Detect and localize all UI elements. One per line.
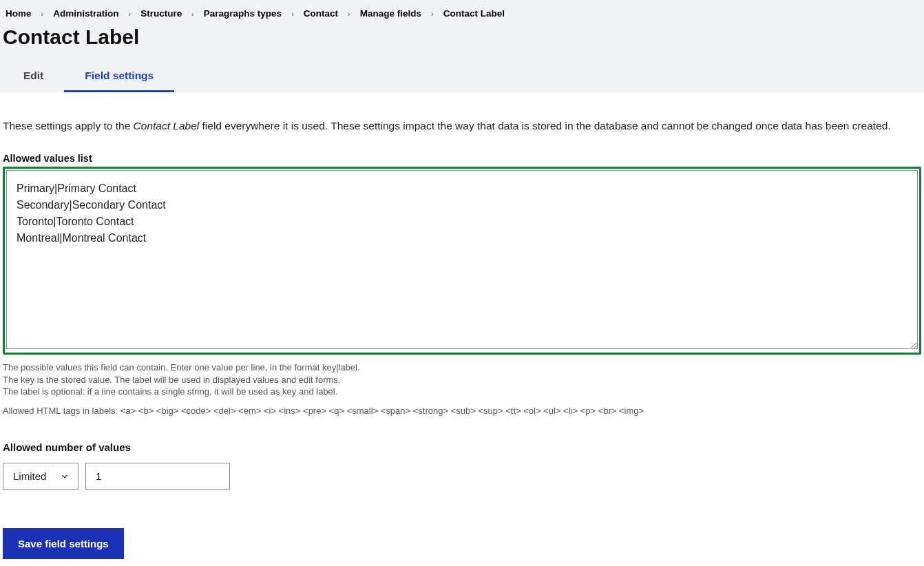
intro-prefix: These settings apply to the <box>3 120 134 132</box>
allowed-values-textarea[interactable] <box>6 170 918 349</box>
breadcrumb-item-administration[interactable]: Administration <box>50 8 121 19</box>
cardinality-mode-select[interactable]: Limited <box>3 463 78 490</box>
breadcrumb-item-home[interactable]: Home <box>3 8 34 19</box>
help-line-1: The possible values this field can conta… <box>3 361 921 374</box>
num-values-row: Limited <box>3 463 921 490</box>
save-field-settings-button[interactable]: Save field settings <box>3 528 124 559</box>
page-title: Contact Label <box>3 24 921 61</box>
chevron-right-icon: › <box>124 10 135 18</box>
help-line-2: The key is the stored value. The label w… <box>3 374 921 386</box>
allowed-html-tags-help: Allowed HTML tags in labels: <a> <b> <bi… <box>3 405 921 417</box>
allowed-values-help: The possible values this field can conta… <box>3 361 921 398</box>
tab-field-settings[interactable]: Field settings <box>64 61 174 92</box>
chevron-right-icon: › <box>287 10 298 18</box>
breadcrumb-item-current: Contact Label <box>441 8 507 19</box>
breadcrumb-item-structure[interactable]: Structure <box>138 8 185 19</box>
tabs: Edit Field settings <box>3 61 921 92</box>
chevron-right-icon: › <box>187 10 198 18</box>
intro-field-name: Contact Label <box>134 120 200 132</box>
cardinality-mode-value: Limited <box>13 470 46 482</box>
intro-suffix: field everywhere it is used. These setti… <box>199 120 890 132</box>
chevron-down-icon <box>60 472 70 481</box>
intro-text: These settings apply to the Contact Labe… <box>3 120 921 132</box>
chevron-right-icon: › <box>344 10 355 18</box>
tab-edit[interactable]: Edit <box>3 61 64 92</box>
help-line-3: The label is optional: if a line contain… <box>3 386 921 398</box>
allowed-number-label: Allowed number of values <box>3 441 921 453</box>
allowed-values-wrap <box>3 167 921 355</box>
breadcrumb-item-manage-fields[interactable]: Manage fields <box>357 8 424 19</box>
cardinality-number-input[interactable] <box>85 463 230 490</box>
chevron-right-icon: › <box>427 10 438 18</box>
chevron-right-icon: › <box>37 10 48 18</box>
breadcrumb: Home › Administration › Structure › Para… <box>3 6 921 24</box>
breadcrumb-item-paragraphs-types[interactable]: Paragraphs types <box>201 8 284 19</box>
breadcrumb-item-contact[interactable]: Contact <box>301 8 341 19</box>
allowed-values-label: Allowed values list <box>3 153 921 164</box>
